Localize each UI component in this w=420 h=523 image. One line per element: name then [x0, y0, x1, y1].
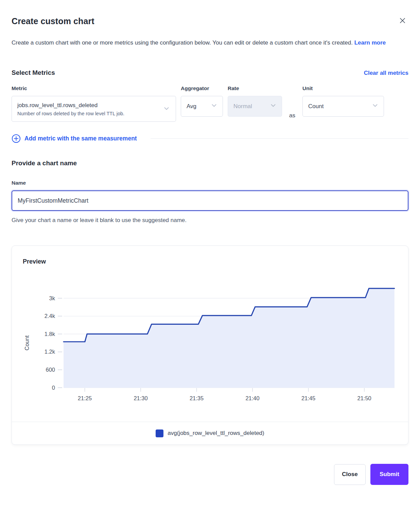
rate-label: Rate [228, 85, 282, 91]
legend-swatch [156, 429, 163, 437]
svg-text:21:25: 21:25 [78, 395, 92, 401]
metric-select[interactable]: jobs.row_level_ttl.rows_deleted Number o… [12, 96, 176, 122]
unit-label: Unit [302, 85, 384, 91]
svg-text:0: 0 [52, 385, 55, 391]
chevron-down-icon [163, 105, 170, 114]
name-label: Name [12, 180, 408, 186]
aggregator-field: Aggregator Avg [181, 85, 223, 117]
unit-select-value: Count [308, 103, 323, 110]
svg-text:21:30: 21:30 [134, 395, 147, 401]
aggregator-select-value: Avg [187, 103, 196, 110]
modal-footer: Close Submit [12, 464, 408, 485]
metric-config-row: Metric jobs.row_level_ttl.rows_deleted N… [12, 85, 408, 122]
metric-field: Metric jobs.row_level_ttl.rows_deleted N… [12, 85, 176, 122]
add-metric-label: Add metric with the same measurement [24, 135, 137, 142]
aggregator-select[interactable]: Avg [181, 96, 223, 117]
svg-text:600: 600 [46, 367, 55, 373]
clear-all-metrics-link[interactable]: Clear all metrics [364, 70, 408, 77]
svg-text:2.4k: 2.4k [45, 313, 55, 319]
unit-field: Unit Count [302, 85, 384, 117]
modal-description: Create a custom chart with one or more m… [12, 36, 399, 49]
close-icon [399, 17, 406, 25]
preview-card: Preview 06001.2k1.8k2.4k3k21:2521:3021:3… [12, 246, 408, 445]
svg-text:Count: Count [24, 335, 30, 350]
submit-button[interactable]: Submit [370, 464, 408, 485]
as-text: as [282, 112, 302, 122]
close-button[interactable] [398, 16, 407, 26]
svg-text:21:50: 21:50 [357, 395, 371, 401]
add-metric-link[interactable]: Add metric with the same measurement [12, 134, 137, 143]
legend-label: avg(jobs_row_level_ttl_rows_deleted) [168, 430, 264, 437]
select-metrics-heading: Select Metrics [12, 69, 55, 77]
svg-text:1.2k: 1.2k [45, 349, 55, 355]
metric-select-description: Number of rows deleted by the row level … [17, 111, 124, 116]
chart-legend: avg(jobs_row_level_ttl_rows_deleted) [12, 422, 408, 444]
page-title: Create custom chart [12, 16, 408, 26]
metric-label: Metric [12, 85, 176, 91]
chevron-down-icon [210, 102, 218, 111]
add-metric-row: Add metric with the same measurement [12, 134, 408, 143]
learn-more-link[interactable]: Learn more [354, 39, 386, 46]
modal-header: Create custom chart [12, 16, 408, 26]
create-custom-chart-modal: Create custom chart Create a custom char… [0, 0, 420, 496]
name-helper-text: Give your chart a name or leave it blank… [12, 217, 408, 224]
chevron-down-icon [371, 102, 379, 111]
rate-select-value: Normal [233, 103, 252, 110]
description-text: Create a custom chart with one or more m… [12, 39, 353, 46]
close-button-footer[interactable]: Close [334, 464, 366, 485]
aggregator-label: Aggregator [181, 85, 223, 91]
chart-name-heading: Provide a chart name [12, 159, 408, 167]
metric-select-value: jobs.row_level_ttl.rows_deleted [17, 102, 124, 109]
unit-select[interactable]: Count [302, 96, 384, 117]
rate-select: Normal [228, 96, 282, 117]
svg-text:1.8k: 1.8k [45, 331, 55, 337]
chart-name-input[interactable] [12, 190, 408, 211]
svg-text:21:45: 21:45 [301, 395, 315, 401]
svg-text:3k: 3k [49, 295, 55, 301]
rate-field: Rate Normal [228, 85, 282, 117]
chevron-down-icon [269, 102, 277, 111]
preview-chart: 06001.2k1.8k2.4k3k21:2521:3021:3521:4021… [23, 275, 398, 409]
select-metrics-section-header: Select Metrics Clear all metrics [12, 69, 408, 77]
svg-text:21:40: 21:40 [245, 395, 259, 401]
divider [151, 138, 408, 139]
svg-text:21:35: 21:35 [190, 395, 204, 401]
preview-heading: Preview [23, 258, 397, 265]
plus-circle-icon [12, 134, 21, 143]
